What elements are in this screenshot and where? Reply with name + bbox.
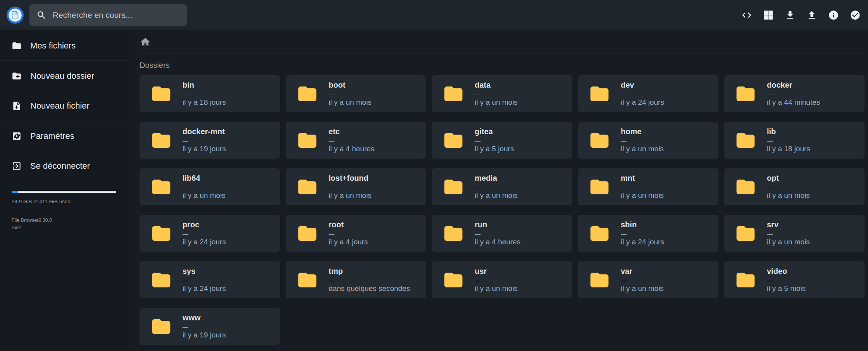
breadcrumb-home-button[interactable] bbox=[140, 36, 151, 48]
sidebar-item-new-file[interactable]: Nouveau fichier bbox=[0, 91, 128, 121]
select-multiple-button[interactable] bbox=[849, 9, 861, 21]
folder-card-info: bin — il y a 18 jours bbox=[183, 81, 226, 107]
app-logo[interactable] bbox=[6, 6, 24, 24]
folder-card[interactable]: media — il y a un mois bbox=[432, 168, 572, 205]
sidebar-footer: File Browser2.30.0 Aide bbox=[12, 217, 116, 232]
folder-name: dev bbox=[621, 81, 664, 90]
folder-size: — bbox=[475, 91, 518, 97]
home-icon bbox=[140, 36, 151, 47]
folder-card[interactable]: usr — il y a un mois bbox=[432, 261, 572, 298]
folder-size: — bbox=[621, 184, 664, 190]
folder-name: tmp bbox=[329, 267, 410, 276]
folder-card-info: lost+found — il y a un mois bbox=[329, 174, 372, 200]
folder-icon bbox=[589, 223, 610, 244]
folder-modified-time: il y a un mois bbox=[621, 284, 664, 293]
folder-card-info: run — il y a 4 heures bbox=[475, 220, 520, 246]
folder-card[interactable]: sys — il y a 24 jours bbox=[140, 261, 280, 298]
folder-size: — bbox=[475, 137, 514, 144]
folder-icon bbox=[443, 177, 463, 197]
folder-card[interactable]: run — il y a 4 heures bbox=[432, 215, 572, 252]
folder-icon bbox=[297, 84, 317, 104]
folder-icon bbox=[443, 130, 463, 150]
folder-card[interactable]: bin — il y a 18 jours bbox=[140, 75, 280, 112]
folder-card[interactable]: srv — il y a un mois bbox=[724, 215, 865, 252]
sidebar-item-label: Paramètres bbox=[30, 131, 74, 141]
sidebar-item-my-files[interactable]: Mes fichiers bbox=[0, 31, 128, 61]
sidebar-item-logout[interactable]: Se déconnecter bbox=[0, 151, 128, 181]
folder-card-info: usr — il y a un mois bbox=[475, 267, 518, 293]
folder-size: — bbox=[475, 230, 520, 237]
folder-card[interactable]: lost+found — il y a un mois bbox=[286, 168, 426, 205]
folder-size: — bbox=[767, 230, 810, 237]
files-section-title: Fichiers bbox=[140, 349, 865, 351]
folder-size: — bbox=[183, 230, 226, 237]
folder-card[interactable]: root — il y a 4 jours bbox=[286, 215, 426, 252]
folder-size: — bbox=[183, 277, 226, 284]
folder-grid: bin — il y a 18 jours boot — il y a un m… bbox=[140, 75, 865, 345]
view-mode-button[interactable] bbox=[763, 9, 774, 21]
folder-size: — bbox=[183, 137, 226, 144]
folder-name: docker-mnt bbox=[183, 127, 226, 136]
search-input[interactable] bbox=[53, 10, 180, 20]
folder-modified-time: il y a 44 minutes bbox=[767, 98, 820, 107]
folder-icon bbox=[151, 130, 171, 150]
folder-name: docker bbox=[767, 81, 820, 90]
folder-card-info: proc — il y a 24 jours bbox=[183, 220, 226, 246]
storage-usage-text: 24.9 GiB of 411 GiB used bbox=[12, 199, 116, 204]
folder-card[interactable]: var — il y a un mois bbox=[578, 261, 718, 298]
folder-card[interactable]: lib — il y a 18 jours bbox=[724, 122, 865, 159]
sidebar-item-label: Nouveau dossier bbox=[30, 71, 94, 81]
sidebar-item-label: Mes fichiers bbox=[30, 41, 76, 51]
folder-name: srv bbox=[767, 220, 810, 229]
folder-card[interactable]: docker — il y a 44 minutes bbox=[724, 75, 865, 112]
folder-icon bbox=[297, 130, 317, 150]
folder-card-info: video — il y a 5 mois bbox=[767, 267, 806, 293]
folder-size: — bbox=[475, 277, 518, 284]
folder-card[interactable]: sbin — il y a 24 jours bbox=[578, 215, 718, 252]
folder-card[interactable]: dev — il y a 24 jours bbox=[578, 75, 718, 112]
folder-card-info: www — il y a 19 jours bbox=[183, 313, 226, 339]
download-button[interactable] bbox=[784, 9, 796, 21]
folder-card[interactable]: data — il y a un mois bbox=[432, 75, 572, 112]
upload-button[interactable] bbox=[806, 9, 818, 21]
sidebar-item-label: Nouveau fichier bbox=[30, 101, 90, 111]
folder-icon bbox=[297, 223, 317, 244]
new-folder-icon bbox=[12, 71, 22, 81]
help-link[interactable]: Aide bbox=[12, 225, 21, 230]
folder-name: opt bbox=[767, 174, 810, 183]
storage-progress-bar bbox=[12, 191, 116, 193]
folder-card[interactable]: boot — il y a un mois bbox=[286, 75, 426, 112]
storage-progress-fill bbox=[12, 191, 18, 193]
folder-card[interactable]: mnt — il y a un mois bbox=[578, 168, 718, 205]
folder-modified-time: il y a 4 jours bbox=[329, 238, 368, 246]
folder-card-info: lib64 — il y a un mois bbox=[183, 174, 226, 200]
folder-card[interactable]: tmp — dans quelques secondes bbox=[286, 261, 426, 298]
folder-card-info: opt — il y a un mois bbox=[767, 174, 810, 200]
folder-name: proc bbox=[183, 220, 226, 229]
folder-card[interactable]: opt — il y a un mois bbox=[724, 168, 865, 205]
folder-modified-time: il y a 24 jours bbox=[183, 238, 226, 246]
folder-card[interactable]: docker-mnt — il y a 19 jours bbox=[140, 122, 280, 159]
sidebar-item-settings[interactable]: Paramètres bbox=[0, 121, 128, 151]
folder-modified-time: il y a un mois bbox=[475, 191, 518, 200]
folder-card[interactable]: lib64 — il y a un mois bbox=[140, 168, 280, 205]
folder-size: — bbox=[329, 277, 410, 284]
info-button[interactable] bbox=[828, 9, 839, 21]
folder-icon bbox=[151, 84, 171, 104]
folder-card[interactable]: etc — il y a 4 heures bbox=[286, 122, 426, 159]
raw-view-button[interactable] bbox=[741, 9, 753, 21]
folder-name: data bbox=[475, 81, 518, 90]
search-icon bbox=[36, 10, 46, 20]
folder-icon bbox=[735, 270, 756, 290]
folder-card[interactable]: video — il y a 5 mois bbox=[724, 261, 865, 298]
folder-icon bbox=[735, 84, 756, 104]
sidebar-item-new-folder[interactable]: Nouveau dossier bbox=[0, 61, 128, 91]
folder-modified-time: il y a 24 jours bbox=[621, 238, 664, 246]
search-bar[interactable] bbox=[29, 4, 187, 26]
folder-card[interactable]: home — il y a un mois bbox=[578, 122, 718, 159]
folder-card[interactable]: gitea — il y a 5 jours bbox=[432, 122, 572, 159]
folder-size: — bbox=[329, 184, 372, 190]
folder-card[interactable]: www — il y a 19 jours bbox=[140, 308, 280, 345]
folder-card[interactable]: proc — il y a 24 jours bbox=[140, 215, 280, 252]
folder-name: lib bbox=[767, 127, 810, 136]
